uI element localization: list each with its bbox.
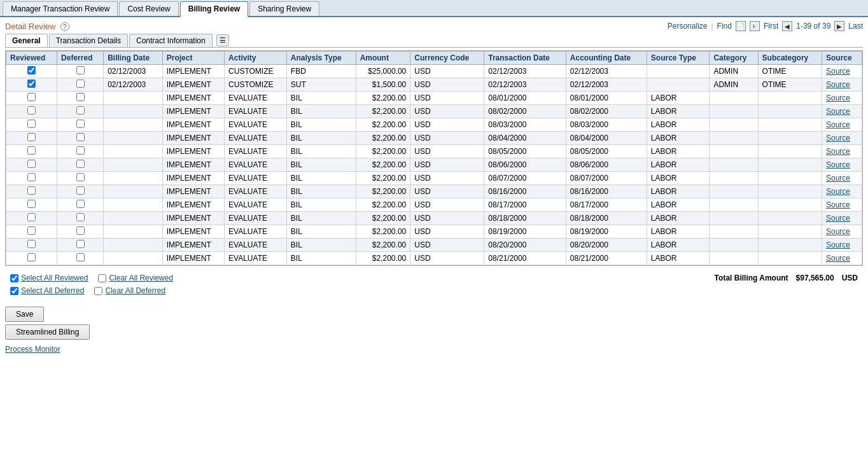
deferred-checkbox[interactable] [76,173,85,181]
footer-row-deferred: Select All Deferred Clear All Deferred [10,286,858,295]
clear-all-reviewed-label[interactable]: Clear All Reviewed [98,274,173,282]
personalize-link[interactable]: Personalize [668,22,708,31]
source-link[interactable]: Source [826,134,850,142]
reviewed-checkbox[interactable] [27,93,36,101]
deferred-checkbox[interactable] [76,213,85,221]
reviewed-checkbox[interactable] [27,106,36,114]
source-link[interactable]: Source [826,94,850,102]
clear-all-reviewed-checkbox[interactable] [98,274,106,282]
cell-12 [758,252,822,265]
reviewed-checkbox[interactable] [27,80,36,88]
cell-8: 08/07/2000 [484,172,566,185]
source-link[interactable]: Source [826,120,850,129]
deferred-checkbox[interactable] [76,106,85,114]
sub-tab-general[interactable]: General [5,34,48,47]
reviewed-checkbox[interactable] [27,200,36,208]
select-all-deferred-checkbox[interactable] [10,287,18,295]
select-all-deferred-label[interactable]: Select All Deferred [10,286,84,295]
sub-tab-contract-information[interactable]: Contract Information [129,34,213,47]
reviewed-checkbox[interactable] [27,186,36,195]
source-link[interactable]: Source [826,80,850,89]
deferred-checkbox[interactable] [76,160,85,168]
clear-all-deferred-label[interactable]: Clear All Deferred [94,286,165,295]
reviewed-checkbox[interactable] [27,226,36,235]
cell-9: 08/01/2000 [566,92,647,105]
grid-icon[interactable]: ⊦ [750,21,760,31]
reviewed-checkbox[interactable] [27,213,36,221]
deferred-checkbox[interactable] [76,146,85,155]
deferred-checkbox[interactable] [76,133,85,141]
find-link[interactable]: Find [717,22,732,31]
cell-7: USD [410,118,484,132]
cell-4: EVALUATE [225,92,287,105]
tab-billing-review[interactable]: Billing Review [180,1,248,17]
streamlined-billing-button[interactable]: Streamlined Billing [5,324,90,340]
select-all-reviewed-label[interactable]: Select All Reviewed [10,274,88,282]
last-link[interactable]: Last [848,22,863,31]
cell-12 [758,158,822,172]
reviewed-checkbox[interactable] [27,173,36,181]
reviewed-checkbox[interactable] [27,240,36,248]
tab-sharing-review[interactable]: Sharing Review [249,1,319,16]
deferred-checkbox[interactable] [76,66,85,74]
cell-6: $2,200.00 [356,132,410,145]
first-link[interactable]: First [764,22,778,31]
deferred-checkbox[interactable] [76,253,85,261]
help-icon[interactable]: ? [60,22,69,31]
total-currency: USD [842,274,858,282]
reviewed-checkbox[interactable] [27,133,36,141]
source-link[interactable]: Source [826,160,850,169]
prev-arrow-icon[interactable]: ◀ [782,21,792,31]
clear-all-deferred-checkbox[interactable] [94,287,102,295]
source-link[interactable]: Source [826,67,850,76]
source-link[interactable]: Source [826,227,850,236]
cell-2 [104,198,163,212]
deferred-checkbox[interactable] [76,240,85,248]
cell-3: IMPLEMENT [162,132,224,145]
source-link[interactable]: Source [826,107,850,116]
source-link[interactable]: Source [826,147,850,156]
next-arrow-icon[interactable]: ▶ [834,21,844,31]
detail-review-link[interactable]: Detail Review [5,22,55,31]
sub-tab-transaction-details[interactable]: Transaction Details [49,34,128,47]
cell-8: 08/20/2000 [484,239,566,252]
deferred-checkbox[interactable] [76,80,85,88]
save-button[interactable]: Save [5,307,44,322]
tab-manager-transaction-review[interactable]: Manager Transaction Review [3,1,118,16]
process-monitor-link[interactable]: Process Monitor [5,345,60,354]
table-scroll[interactable]: Reviewed Deferred Billing Date Project A… [6,51,862,265]
select-all-reviewed-text: Select All Reviewed [21,274,88,282]
source-link[interactable]: Source [826,254,850,263]
source-link[interactable]: Source [826,174,850,183]
reviewed-checkbox[interactable] [27,160,36,168]
footer-row-reviewed: Select All Reviewed Clear All Reviewed T… [10,274,858,282]
select-all-reviewed-checkbox[interactable] [10,274,18,282]
source-link[interactable]: Source [826,200,850,209]
cell-4: EVALUATE [225,198,287,212]
reviewed-checkbox[interactable] [27,66,36,74]
clear-all-reviewed-text: Clear All Reviewed [109,274,173,282]
source-link[interactable]: Source [826,187,850,196]
cell-12 [758,239,822,252]
sub-tab-icon[interactable]: ☰ [216,34,229,46]
cell-6: $2,200.00 [356,212,410,225]
reviewed-checkbox[interactable] [27,120,36,128]
cell-2 [104,118,163,132]
reviewed-checkbox[interactable] [27,146,36,155]
source-link[interactable]: Source [826,214,850,223]
cell-7: USD [410,158,484,172]
cell-12 [758,225,822,239]
table-row: IMPLEMENTEVALUATEBIL$2,200.00USD08/20/20… [6,239,862,252]
export-icon[interactable]: 📄 [736,21,746,31]
deferred-checkbox[interactable] [76,186,85,195]
deferred-checkbox[interactable] [76,93,85,101]
deferred-checkbox[interactable] [76,200,85,208]
cell-2 [104,158,163,172]
tab-cost-review[interactable]: Cost Review [119,1,178,16]
source-link[interactable]: Source [826,240,850,249]
deferred-checkbox[interactable] [76,226,85,235]
cell-12 [758,118,822,132]
deferred-checkbox[interactable] [76,120,85,128]
reviewed-checkbox[interactable] [27,253,36,261]
cell-6: $2,200.00 [356,252,410,265]
